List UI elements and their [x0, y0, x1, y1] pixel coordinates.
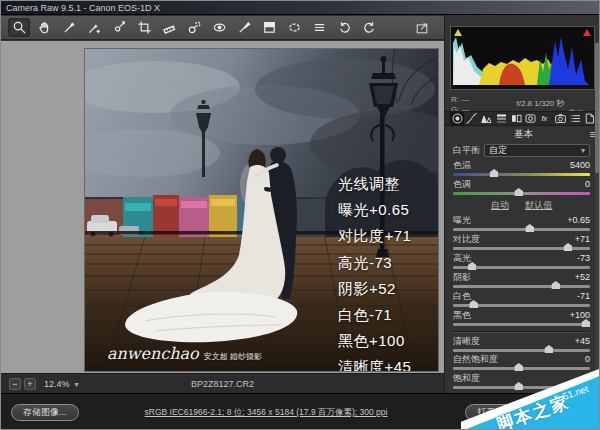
save-image-button[interactable]: 存储图像... — [11, 404, 79, 421]
adjustments-panel: R: --- G: --- B: --- f/2.8 1/320 秒 ISO 4… — [444, 15, 600, 393]
spot-removal-icon — [187, 20, 202, 35]
white-balance-select[interactable]: 自定 ▾ — [484, 144, 590, 157]
radial-filter-icon — [287, 20, 302, 35]
tab-effects[interactable]: fx — [539, 112, 553, 126]
histogram[interactable] — [450, 26, 595, 90]
panel-tabs: fx — [445, 111, 600, 126]
slider-value[interactable]: 0 — [585, 373, 590, 383]
workflow-options: sRGB IEC61966-2.1; 8 位; 3456 x 5184 (17.… — [71, 407, 461, 419]
slider-value[interactable]: 0 — [585, 354, 590, 364]
tab-camera-calibration[interactable] — [553, 112, 567, 126]
slider-track[interactable] — [453, 247, 590, 250]
annotation-line: 黑色+100 — [338, 328, 438, 354]
slider-thumb[interactable] — [525, 224, 534, 232]
zoom-tool-button[interactable] — [8, 18, 30, 37]
tab-lens-corrections[interactable] — [524, 112, 538, 126]
slider-thumb[interactable] — [514, 363, 523, 371]
slider-thumb[interactable] — [490, 169, 499, 177]
camera-icon — [554, 112, 567, 125]
tab-basic[interactable] — [450, 112, 464, 126]
slider-thumb[interactable] — [469, 300, 478, 308]
title-bar[interactable]: Camera Raw 9.5.1 - Canon EOS-1D X — [1, 1, 599, 15]
color-sampler-tool-button[interactable] — [83, 18, 105, 37]
slider-thumb[interactable] — [468, 262, 477, 270]
slider-track[interactable] — [453, 192, 590, 195]
slider-track[interactable] — [453, 349, 590, 352]
tab-detail[interactable] — [480, 112, 494, 126]
slider-track[interactable] — [453, 386, 590, 389]
red-eye-removal-tool-button[interactable] — [208, 18, 230, 37]
zoom-in-button[interactable]: + — [24, 378, 36, 390]
tab-hsl-grayscale[interactable] — [494, 112, 508, 126]
slider-row: 白色 -71 — [453, 291, 590, 310]
white-balance-tool-button[interactable] — [58, 18, 80, 37]
scrollbar-thumb[interactable] — [595, 43, 600, 173]
slider-value[interactable]: 0 — [585, 179, 590, 189]
graduated-filter-tool-button[interactable] — [258, 18, 280, 37]
slider-thumb[interactable] — [514, 188, 523, 196]
slider-track[interactable] — [453, 304, 590, 307]
slider-value[interactable]: +0.65 — [567, 215, 590, 225]
tab-tone-curve[interactable] — [465, 112, 479, 126]
slider-value[interactable]: 5400 — [570, 160, 590, 170]
histogram-plot — [451, 27, 594, 89]
targeted-adjustment-icon — [112, 20, 127, 35]
slider-label: 色调 — [453, 179, 471, 189]
rotate-left-button[interactable] — [333, 18, 355, 37]
default-link[interactable]: 默认值 — [525, 200, 552, 210]
spot-removal-tool-button[interactable] — [183, 18, 205, 37]
photo-canvas[interactable]: 光线调整曝光+0.65对比度+71高光-73阴影+52白色-71黑色+100清晰… — [85, 49, 438, 371]
slider-value[interactable]: +52 — [575, 272, 590, 282]
fullscreen-toggle-button[interactable] — [412, 18, 432, 37]
highlight-clip-warning[interactable] — [583, 29, 591, 36]
slider-track[interactable] — [453, 323, 590, 326]
watermark-sub: 安文超 婚纱摄影 — [204, 352, 262, 361]
fullscreen-icon — [415, 21, 429, 35]
slider-value[interactable]: +71 — [575, 234, 590, 244]
slider-value[interactable]: -71 — [577, 291, 590, 301]
slider-track[interactable] — [453, 173, 590, 176]
annotation-line: 曝光+0.65 — [338, 197, 438, 223]
radial-filter-tool-button[interactable] — [283, 18, 305, 37]
panel-title: 基本 — [514, 128, 533, 139]
slider-label: 白色 — [453, 291, 471, 301]
slider-row: 黑色 +100 — [453, 310, 590, 329]
tab-split-toning[interactable] — [509, 112, 523, 126]
slider-value[interactable]: +45 — [575, 336, 590, 346]
targeted-adjustment-tool-button[interactable] — [108, 18, 130, 37]
slider-value[interactable]: +100 — [570, 310, 590, 320]
annotation-line: 清晰度+45 — [338, 354, 438, 371]
straighten-tool-button[interactable] — [158, 18, 180, 37]
slider-thumb[interactable] — [514, 382, 523, 390]
zoom-dropdown-arrow-icon[interactable]: ▾ — [75, 380, 79, 389]
slider-track[interactable] — [453, 367, 590, 370]
rotate-right-button[interactable] — [358, 18, 380, 37]
auto-link[interactable]: 自动 — [491, 200, 509, 210]
graduated-filter-icon — [262, 20, 277, 35]
slider-track[interactable] — [453, 228, 590, 231]
slider-track[interactable] — [453, 266, 590, 269]
rotate-left-icon — [337, 20, 352, 35]
panel-scrollbar[interactable] — [595, 41, 600, 393]
slider-value[interactable]: -73 — [577, 253, 590, 263]
hand-tool-button[interactable] — [33, 18, 55, 37]
slider-row: 对比度 +71 — [453, 234, 590, 253]
preferences-button[interactable] — [308, 18, 330, 37]
slider-track[interactable] — [453, 285, 590, 288]
workflow-options-link[interactable]: sRGB IEC61966-2.1; 8 位; 3456 x 5184 (17.… — [145, 407, 388, 417]
slider-thumb[interactable] — [581, 319, 590, 327]
tab-presets[interactable] — [568, 112, 582, 126]
slider-label: 高光 — [453, 253, 471, 263]
slider-thumb[interactable] — [544, 345, 553, 353]
adjustment-brush-tool-button[interactable] — [233, 18, 255, 37]
open-image-button[interactable]: 打开图像 — [465, 404, 525, 421]
white-balance-label: 白平衡 — [453, 144, 480, 157]
zoom-out-button[interactable]: − — [9, 378, 21, 390]
annotation-line: 光线调整 — [338, 171, 438, 197]
zoom-level-select[interactable]: 12.4% — [44, 379, 70, 389]
crop-tool-button[interactable] — [133, 18, 155, 37]
zoom-controls: − + 12.4% ▾ — [9, 378, 79, 390]
shadow-clip-warning[interactable] — [454, 29, 462, 36]
slider-thumb[interactable] — [564, 243, 573, 251]
slider-thumb[interactable] — [551, 281, 560, 289]
